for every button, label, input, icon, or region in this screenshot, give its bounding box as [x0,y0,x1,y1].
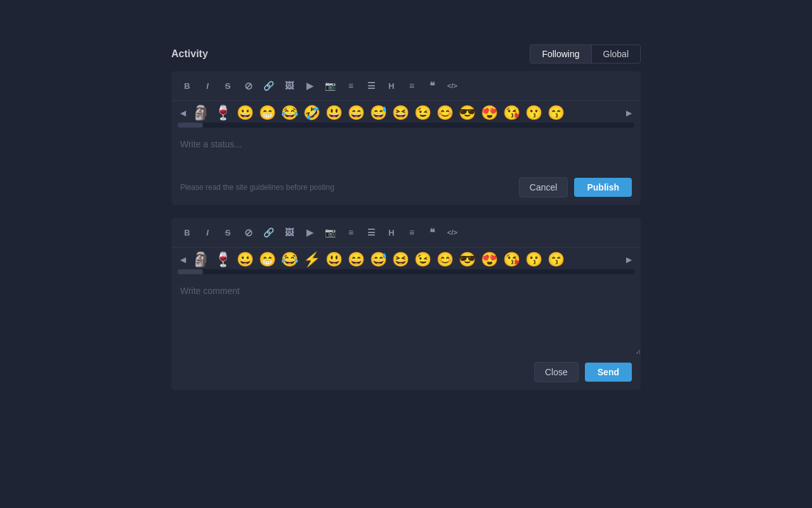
comment-composer: B I S ⊘ 🔗 🖼 ▶ 📷 ≡ ☰ H ≡ ❝ </> ◀ 🗿 🍷 😀 [171,218,641,390]
comment-emoji-blush[interactable]: 😊 [435,251,455,268]
comment-emoji-lightning[interactable]: ⚡ [302,251,322,268]
comment-emoji-smile[interactable]: 😃 [324,251,344,268]
link-button[interactable]: 🔗 [259,76,278,95]
guidelines-text: Please read the site guidelines before p… [180,183,334,192]
comment-unordered-list-button[interactable]: ☰ [362,223,381,242]
comment-hide-button[interactable]: ⊘ [239,223,258,242]
italic-button[interactable]: I [198,76,217,95]
comment-emoji-beaming[interactable]: 😁 [258,251,277,268]
comment-emoji-kiss-heart[interactable]: 😘 [502,251,521,268]
tab-group: Following Global [530,44,641,64]
post-composer-footer: Please read the site guidelines before p… [171,172,641,205]
comment-emoji-kiss[interactable]: 😗 [524,251,544,268]
comment-emoji-grinning[interactable]: 😀 [235,251,255,268]
comment-composer-footer: Close Send [171,357,641,390]
cancel-button[interactable]: Cancel [519,177,568,197]
emoji-rofl[interactable]: 🤣 [302,105,322,121]
code-button[interactable]: </> [443,76,462,95]
comment-bold-button[interactable]: B [178,223,197,242]
comment-emoji-scrollbar [171,268,641,278]
comment-code-button[interactable]: </> [443,223,462,242]
send-button[interactable]: Send [585,363,632,382]
emoji-scroll-left[interactable]: ◀ [178,109,188,117]
comment-video-button[interactable]: 📷 [320,223,340,242]
activity-title: Activity [171,48,208,60]
hide-button[interactable]: ⊘ [239,76,258,95]
comment-emoji-heart-eyes[interactable]: 😍 [480,251,499,268]
post-emoji-scrollbar [171,121,641,131]
comment-align-button[interactable]: ≡ [402,223,421,242]
comment-youtube-button[interactable]: ▶ [300,223,319,242]
comment-emoji-laughing[interactable]: 😆 [391,251,410,268]
heading-button[interactable]: H [382,76,401,95]
post-emoji-row: 🗿 🍷 😀 😁 😂 🤣 😃 😄 😅 😆 😉 😊 😎 😍 😘 😗 [191,105,621,121]
comment-heading-button[interactable]: H [382,223,401,242]
emoji-tears[interactable]: 😂 [280,105,299,121]
comment-strikethrough-button[interactable]: S [218,223,237,242]
emoji-wine[interactable]: 🍷 [213,105,233,121]
emoji-kiss-heart[interactable]: 😘 [502,105,521,121]
comment-emoji-wink[interactable]: 😉 [413,251,433,268]
quote-button[interactable]: ❝ [422,76,442,95]
comment-ordered-list-button[interactable]: ≡ [341,223,360,242]
comment-emoji-row: 🗿 🍷 😀 😁 😂 ⚡ 😃 😄 😅 😆 😉 😊 😎 😍 😘 😗 [191,251,621,268]
align-button[interactable]: ≡ [402,76,421,95]
emoji-wink[interactable]: 😉 [413,105,433,121]
tab-global[interactable]: Global [591,44,641,64]
video-button[interactable]: 📷 [320,76,340,95]
emoji-smile[interactable]: 😃 [324,105,344,121]
comment-emoji-kiss-smile[interactable]: 😙 [546,251,566,268]
emoji-kiss[interactable]: 😗 [524,105,544,121]
youtube-button[interactable]: ▶ [300,76,319,95]
comment-emoji-scroll-right[interactable]: ▶ [624,255,634,264]
comment-image-button[interactable]: 🖼 [280,223,299,242]
post-composer: B I S ⊘ 🔗 🖼 ▶ 📷 ≡ ☰ H ≡ ❝ </> ◀ 🗿 🍷 😀 [171,71,641,205]
comment-quote-button[interactable]: ❝ [422,223,442,242]
comment-emoji-wine[interactable]: 🍷 [213,251,233,268]
post-toolbar: B I S ⊘ 🔗 🖼 ▶ 📷 ≡ ☰ H ≡ ❝ </> [171,71,641,101]
emoji-blush[interactable]: 😊 [435,105,455,121]
comment-emoji-scroll-left[interactable]: ◀ [178,255,188,264]
unordered-list-button[interactable]: ☰ [362,76,381,95]
comment-toolbar: B I S ⊘ 🔗 🖼 ▶ 📷 ≡ ☰ H ≡ ❝ </> [171,218,641,248]
emoji-laughing[interactable]: 😆 [391,105,410,121]
comment-emoji-cool[interactable]: 😎 [457,251,477,268]
ordered-list-button[interactable]: ≡ [341,76,360,95]
emoji-sweat-smile[interactable]: 😅 [369,105,388,121]
emoji-big-smile[interactable]: 😄 [346,105,366,121]
emoji-beaming[interactable]: 😁 [258,105,277,121]
comment-emoji-tears[interactable]: 😂 [280,251,299,268]
comment-emoji-sweat-smile[interactable]: 😅 [369,251,388,268]
page-wrapper: Activity Following Global B I S ⊘ 🔗 🖼 ▶ … [0,0,812,390]
emoji-moai[interactable]: 🗿 [191,105,211,121]
emoji-grinning[interactable]: 😀 [235,105,255,121]
activity-header: Activity Following Global [171,44,641,64]
emoji-heart-eyes[interactable]: 😍 [480,105,499,121]
emoji-cool[interactable]: 😎 [457,105,477,121]
tab-following[interactable]: Following [530,44,591,64]
comment-emoji-big-smile[interactable]: 😄 [346,251,366,268]
image-button[interactable]: 🖼 [280,76,299,95]
comment-italic-button[interactable]: I [198,223,217,242]
bold-button[interactable]: B [178,76,197,95]
publish-button[interactable]: Publish [574,178,632,197]
comment-link-button[interactable]: 🔗 [259,223,278,242]
close-button[interactable]: Close [534,362,579,382]
comment-emoji-moai[interactable]: 🗿 [191,251,211,268]
comment-text-input[interactable] [171,278,641,354]
emoji-kiss-smile[interactable]: 😙 [546,105,566,121]
emoji-scroll-right[interactable]: ▶ [624,109,634,117]
post-text-input[interactable] [171,131,641,170]
post-emoji-row-wrapper: ◀ 🗿 🍷 😀 😁 😂 🤣 😃 😄 😅 😆 😉 😊 😎 😍 [171,101,641,121]
comment-emoji-row-wrapper: ◀ 🗿 🍷 😀 😁 😂 ⚡ 😃 😄 😅 😆 😉 😊 😎 😍 [171,248,641,268]
strikethrough-button[interactable]: S [218,76,237,95]
